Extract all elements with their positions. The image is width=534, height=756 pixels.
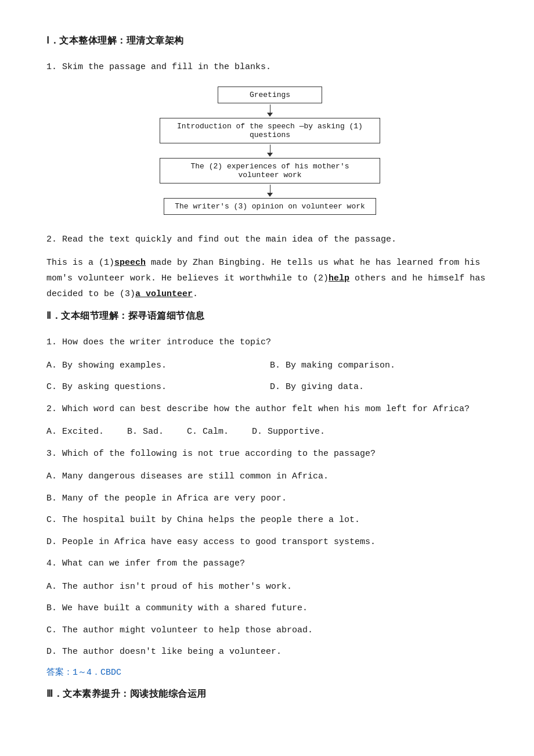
flow-box-1: Greetings [218,87,322,103]
part2-q4-option-b: B. We have built a community with a shar… [46,601,493,616]
part2-q4-label: 4. What can we infer from the passage? [46,556,493,571]
answer-volunteer: a volunteer [135,289,193,299]
flow-arrow-2 [267,145,273,157]
part2-q2-option-b: B. Sad. [127,424,164,440]
section-2-header: Ⅱ．文本细节理解：探寻语篇细节信息 [46,310,493,322]
part1-q2-label: 2. Read the text quickly and find out th… [46,232,493,247]
part1-q2-text: This is a (1)speech made by Zhan Bingbin… [46,255,493,302]
section-2-title: Ⅱ．文本细节理解：探寻语篇细节信息 [46,310,493,322]
part2-q2-option-d: D. Supportive. [252,424,325,440]
part2-q1-option-c: C. By asking questions. [46,380,270,395]
part2-q1-label: 1. How does the writer introduce the top… [46,335,493,350]
part1-q1-label: 1. Skim the passage and fill in the blan… [46,60,493,75]
part2-q1-options: A. By showing examples. B. By making com… [46,358,493,402]
arrow-head-2 [267,153,273,157]
flow-box-4: The writer's (3) opinion on volunteer wo… [164,198,376,215]
part2-q1-option-d: D. By giving data. [270,380,493,395]
section-3-header: Ⅲ．文本素养提升：阅读技能综合运用 [46,688,493,700]
part2-q1-option-b: B. By making comparison. [270,358,493,373]
section-1-header: Ⅰ．文本整体理解：理清文章架构 [46,35,493,47]
part2-q2-option-c: C. Calm. [187,424,229,440]
flow-box-3: The (2) experiences of his mother's volu… [160,158,380,183]
answer-speech: speech [114,258,146,268]
section-3-title: Ⅲ．文本素养提升：阅读技能综合运用 [46,688,493,700]
flow-arrow-3 [267,185,273,197]
section-1-title: Ⅰ．文本整体理解：理清文章架构 [46,35,493,47]
answer-label: 答案： [46,668,73,678]
part2-q2-options-row: A. Excited. B. Sad. C. Calm. D. Supporti… [46,424,493,440]
part2-q1-option-a: A. By showing examples. [46,358,270,373]
arrow-head-3 [267,193,273,197]
answer-block: 答案：1～4．CBDC [46,667,493,678]
part2-q2-label: 2. Which word can best describe how the … [46,402,493,417]
arrow-line-1 [270,105,270,113]
flow-box-2: Introduction of the speech —by asking (1… [160,118,380,143]
answer-text: 1～4．CBDC [73,668,121,678]
part2-q3-option-c: C. The hospital built by China helps the… [46,513,493,528]
flowchart: Greetings Introduction of the speech —by… [160,87,380,215]
part2-q4-option-c: C. The author might volunteer to help th… [46,623,493,638]
part2-q3-option-a: A. Many dangerous diseases are still com… [46,469,493,484]
part2-q4-option-d: D. The author doesn't like being a volun… [46,645,493,660]
answer-help: help [329,273,349,283]
part2-q3-option-b: B. Many of the people in Africa are very… [46,491,493,506]
arrow-head-1 [267,113,273,117]
part2-q3-label: 3. Which of the following is not true ac… [46,447,493,462]
flow-arrow-1 [267,105,273,117]
part2-q3-option-d: D. People in Africa have easy access to … [46,535,493,550]
arrow-line-2 [270,145,270,153]
part2-q4-option-a: A. The author isn't proud of his mother'… [46,579,493,595]
arrow-line-3 [270,185,270,193]
part2-q2-option-a: A. Excited. [46,424,104,440]
